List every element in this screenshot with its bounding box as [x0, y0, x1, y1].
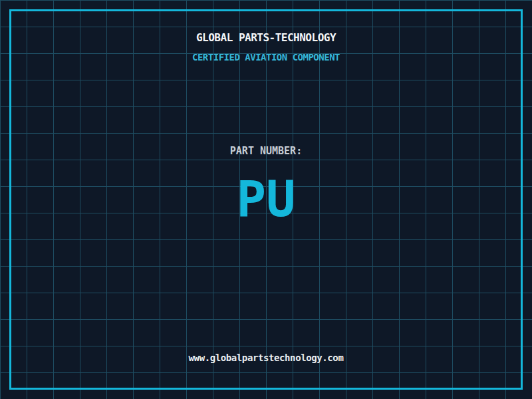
brand-title: GLOBAL PARTS-TECHNOLOGY [0, 32, 532, 44]
website-url: www.globalpartstechnology.com [0, 352, 532, 364]
certificate-screen: GLOBAL PARTS-TECHNOLOGY CERTIFIED AVIATI… [0, 0, 532, 399]
part-number-value: PU [0, 170, 532, 228]
part-number-label: PART NUMBER: [0, 146, 532, 156]
certification-subtitle: CERTIFIED AVIATION COMPONENT [0, 52, 532, 63]
